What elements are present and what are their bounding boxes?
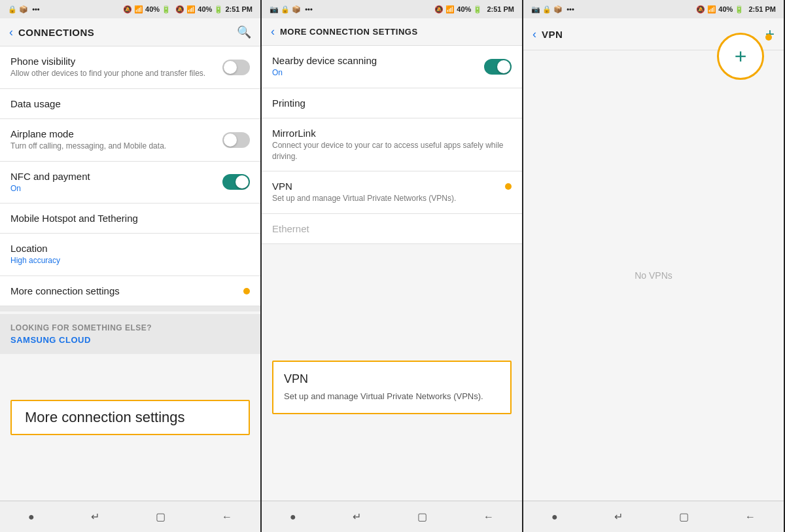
phone-visibility-title: Phone visibility bbox=[10, 56, 222, 67]
status-bar-left-1: 🔒 📦 ••• bbox=[8, 5, 40, 14]
phone-visibility-toggle[interactable] bbox=[222, 60, 250, 75]
data-usage-item[interactable]: Data usage bbox=[0, 89, 260, 119]
data-usage-title: Data usage bbox=[10, 98, 250, 109]
status-bar-left-3: 📷 🔒 📦 ••• bbox=[531, 5, 574, 14]
notification-icons-2: 📷 🔒 📦 ••• bbox=[270, 5, 313, 14]
signal-icons-3: 🔕 📶 40% 🔋 bbox=[696, 5, 744, 14]
nearby-device-item[interactable]: Nearby device scanning On bbox=[262, 46, 522, 88]
mirrorlink-subtitle: Connect your device to your car to acces… bbox=[272, 140, 512, 162]
nav-recent-3[interactable]: ↵ bbox=[614, 510, 623, 523]
phone-visibility-item[interactable]: Phone visibility Allow other devices to … bbox=[0, 46, 260, 89]
nav-recent-2[interactable]: ↵ bbox=[353, 510, 361, 523]
airplane-mode-subtitle: Turn off calling, messaging, and Mobile … bbox=[10, 141, 222, 152]
data-usage-content: Data usage bbox=[10, 98, 250, 109]
mobile-hotspot-title: Mobile Hotspot and Tethering bbox=[10, 213, 250, 224]
phone-visibility-content: Phone visibility Allow other devices to … bbox=[10, 56, 222, 79]
nav-home-1[interactable]: ▢ bbox=[156, 510, 166, 523]
status-bar-1: 🔒 📦 ••• 🔕 📶 40% 🔋 🔕 📶 40% 🔋 2:51 PM bbox=[0, 0, 260, 18]
airplane-mode-title: Airplane mode bbox=[10, 128, 222, 139]
phone-visibility-subtitle: Allow other devices to find your phone a… bbox=[10, 68, 222, 79]
vpn-callout-subtitle: Set up and manage Virtual Private Networ… bbox=[284, 390, 500, 403]
location-item[interactable]: Location High accuracy bbox=[0, 234, 260, 276]
nav-dot-1: ● bbox=[28, 511, 35, 523]
notification-icons-1: 🔒 📦 ••• bbox=[8, 5, 40, 14]
nearby-device-toggle[interactable] bbox=[484, 59, 512, 75]
nfc-payment-subtitle: On bbox=[10, 183, 222, 194]
header-bar-2: ‹ MORE CONNECTION SETTINGS bbox=[262, 18, 522, 46]
connections-panel: 🔒 📦 ••• 🔕 📶 40% 🔋 🔕 📶 40% 🔋 2:51 PM ‹ CO… bbox=[0, 0, 262, 532]
nav-dot-3: ● bbox=[551, 511, 558, 523]
vpn-list-content: VPN Set up and manage Virtual Private Ne… bbox=[272, 181, 512, 204]
nfc-payment-title: NFC and payment bbox=[10, 171, 222, 182]
printing-content: Printing bbox=[272, 98, 512, 109]
ethernet-content: Ethernet bbox=[272, 223, 512, 234]
nav-dot-2: ● bbox=[290, 511, 296, 523]
nav-home-3[interactable]: ▢ bbox=[679, 510, 689, 523]
header-bar-1: ‹ CONNECTIONS 🔍 bbox=[0, 18, 260, 46]
status-bar-3: 📷 🔒 📦 ••• 🔕 📶 40% 🔋 2:51 PM bbox=[523, 0, 784, 18]
section-divider-1 bbox=[0, 306, 260, 311]
airplane-mode-item[interactable]: Airplane mode Turn off calling, messagin… bbox=[0, 119, 260, 162]
mirrorlink-content: MirrorLink Connect your device to your c… bbox=[272, 128, 512, 162]
ethernet-item[interactable]: Ethernet bbox=[262, 214, 522, 244]
back-button-3[interactable]: ‹ bbox=[532, 27, 536, 41]
location-content: Location High accuracy bbox=[10, 243, 250, 266]
nfc-payment-toggle[interactable] bbox=[222, 174, 250, 190]
bottom-nav-3: ● ↵ ▢ ← bbox=[523, 501, 784, 532]
nearby-device-content: Nearby device scanning On bbox=[272, 55, 484, 79]
vpn-callout-box: VPN Set up and manage Virtual Private Ne… bbox=[272, 361, 512, 415]
more-connection-callout: More connection settings bbox=[10, 400, 250, 435]
bottom-nav-2: ● ↵ ▢ ← bbox=[262, 501, 522, 532]
nearby-device-subtitle: On bbox=[272, 67, 484, 79]
mirrorlink-item[interactable]: MirrorLink Connect your device to your c… bbox=[262, 118, 522, 172]
status-bar-2: 📷 🔒 📦 ••• 🔕 📶 40% 🔋 2:51 PM bbox=[262, 0, 522, 18]
printing-title: Printing bbox=[272, 98, 512, 109]
time-2: 2:51 PM bbox=[487, 5, 514, 13]
ethernet-title: Ethernet bbox=[272, 223, 512, 234]
time-1: 🔕 📶 40% 🔋 2:51 PM bbox=[175, 5, 253, 14]
notification-icons-3: 📷 🔒 📦 ••• bbox=[531, 5, 574, 14]
status-bar-left-2: 📷 🔒 📦 ••• bbox=[270, 5, 313, 14]
nav-back-1[interactable]: ← bbox=[222, 511, 232, 523]
vpn-callout-title: VPN bbox=[284, 372, 500, 386]
more-connection-title: More connection settings bbox=[10, 285, 250, 296]
more-connection-panel: 📷 🔒 📦 ••• 🔕 📶 40% 🔋 2:51 PM ‹ MORE CONNE… bbox=[262, 0, 523, 532]
status-bar-right-2: 🔕 📶 40% 🔋 2:51 PM bbox=[434, 5, 514, 14]
nav-back-2[interactable]: ← bbox=[483, 511, 494, 523]
nfc-payment-item[interactable]: NFC and payment On bbox=[0, 162, 260, 204]
vpn-empty-state: No VPNs bbox=[523, 50, 784, 501]
looking-card: LOOKING FOR SOMETHING ELSE? SAMSUNG CLOU… bbox=[0, 314, 260, 354]
location-subtitle: High accuracy bbox=[10, 255, 250, 266]
airplane-mode-toggle[interactable] bbox=[222, 132, 250, 148]
yellow-dot-plus bbox=[765, 34, 772, 41]
page-title-1: CONNECTIONS bbox=[18, 27, 237, 38]
signal-icons-2: 🔕 📶 40% 🔋 bbox=[434, 5, 482, 14]
back-button-2[interactable]: ‹ bbox=[271, 25, 275, 39]
signal-icons-1: 🔕 📶 40% 🔋 bbox=[123, 5, 171, 14]
status-bar-right-1: 🔕 📶 40% 🔋 🔕 📶 40% 🔋 2:51 PM bbox=[123, 5, 253, 14]
more-connection-item[interactable]: More connection settings bbox=[0, 276, 260, 306]
printing-item[interactable]: Printing bbox=[262, 88, 522, 118]
vpn-list-item[interactable]: VPN Set up and manage Virtual Private Ne… bbox=[262, 171, 522, 214]
vpn-list-subtitle: Set up and manage Virtual Private Networ… bbox=[272, 193, 512, 204]
search-icon-1[interactable]: 🔍 bbox=[237, 25, 251, 39]
status-bar-right-3: 🔕 📶 40% 🔋 2:51 PM bbox=[696, 5, 776, 14]
yellow-dot-more-connection bbox=[243, 288, 250, 294]
mobile-hotspot-content: Mobile Hotspot and Tethering bbox=[10, 213, 250, 224]
nav-home-2[interactable]: ▢ bbox=[417, 510, 427, 523]
mobile-hotspot-item[interactable]: Mobile Hotspot and Tethering bbox=[0, 204, 260, 234]
bottom-nav-1: ● ↵ ▢ ← bbox=[0, 501, 260, 532]
location-title: Location bbox=[10, 243, 250, 254]
more-connection-content: More connection settings bbox=[10, 285, 250, 296]
nav-recent-1[interactable]: ↵ bbox=[91, 510, 99, 523]
samsung-cloud-link[interactable]: SAMSUNG CLOUD bbox=[10, 335, 250, 345]
vpn-list-title: VPN bbox=[272, 181, 512, 192]
callout-box-text: More connection settings bbox=[25, 409, 185, 425]
nav-back-3[interactable]: ← bbox=[745, 511, 756, 523]
nfc-payment-content: NFC and payment On bbox=[10, 171, 222, 194]
settings-list-2: Nearby device scanning On Printing Mirro… bbox=[262, 46, 522, 501]
back-button-1[interactable]: ‹ bbox=[9, 26, 13, 39]
vpn-panel: 📷 🔒 📦 ••• 🔕 📶 40% 🔋 2:51 PM ‹ VPN + + No… bbox=[523, 0, 785, 532]
time-3: 2:51 PM bbox=[748, 5, 776, 13]
looking-card-title: LOOKING FOR SOMETHING ELSE? bbox=[10, 323, 250, 332]
